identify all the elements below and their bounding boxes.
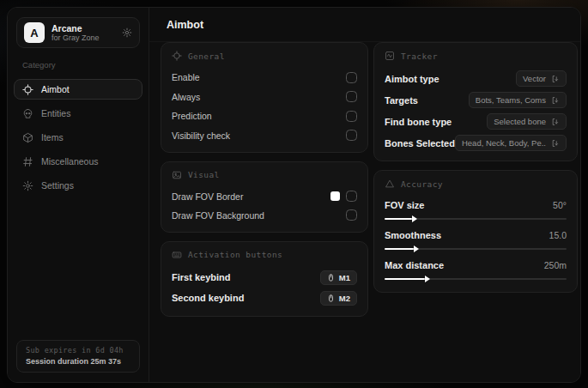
setting-label: Targets	[385, 95, 418, 106]
setting-label: Second keybind	[172, 293, 244, 303]
crosshair-icon	[22, 84, 33, 95]
gear-icon	[22, 180, 33, 191]
sub-expires-text: Sub expires in 6d 04h	[26, 346, 130, 355]
setting-label: Always	[172, 92, 200, 102]
setting-row: Bones Selected Head, Neck, Body, Pe..	[385, 135, 567, 151]
setting-label: FOV size	[385, 200, 424, 210]
setting-label: Smoothness	[385, 230, 441, 240]
tracker-card: Tracker Aimbot type Vector	[373, 42, 578, 161]
aimbot-type-select[interactable]: Vector	[516, 70, 567, 87]
smoothness-slider[interactable]	[385, 245, 567, 252]
sidebar-item-aimbot[interactable]: Aimbot	[14, 79, 142, 100]
main-panel: Aimbot General	[149, 8, 581, 382]
sidebar-item-items[interactable]: Items	[14, 127, 142, 148]
fov-background-checkbox[interactable]	[346, 209, 357, 221]
slider-fill	[385, 278, 425, 281]
setting-row: First keybind M1	[172, 270, 357, 286]
setting-label: Aimbot type	[385, 74, 439, 84]
setting-row: Find bone type Selected bone	[385, 113, 567, 130]
setting-row: Targets Bots, Teams, Coms	[385, 92, 567, 108]
sidebar-header: A Arcane for Gray Zone	[16, 17, 140, 48]
image-icon	[172, 170, 182, 180]
section-title: Activation buttons	[188, 250, 282, 259]
slider-value: 250m	[544, 260, 567, 270]
setting-label: Find bone type	[385, 117, 452, 127]
visual-card: Visual Draw FOV Border Draw FOV Backgrou…	[161, 161, 368, 233]
sidebar-item-label: Aimbot	[41, 84, 70, 94]
sidebar-item-miscellaneous[interactable]: Miscellaneous	[14, 151, 142, 172]
setting-row: Visibility check	[172, 129, 357, 142]
section-title: Tracker	[401, 52, 438, 61]
mouse-icon	[327, 294, 335, 303]
slider-value: 15.0	[549, 230, 567, 240]
setting-row: Aimbot type Vector	[385, 70, 567, 87]
color-swatch[interactable]	[330, 191, 340, 201]
box-icon	[22, 132, 33, 143]
activation-card: Activation buttons First keybind	[161, 241, 368, 317]
slider-value: 50°	[553, 200, 567, 210]
select-value: Head, Neck, Body, Pe..	[462, 138, 546, 148]
category-label: Category	[22, 60, 149, 70]
page-title: Aimbot	[167, 19, 203, 31]
crosshair-icon	[172, 51, 182, 61]
slider-group: Smoothness 15.0	[385, 228, 567, 252]
dropdown-icon	[551, 96, 560, 105]
setting-row: Enable	[172, 70, 357, 84]
main-header: Aimbot	[149, 8, 581, 42]
slider-fill	[385, 218, 412, 221]
dropdown-icon	[551, 75, 560, 83]
second-keybind-button[interactable]: M2	[320, 291, 357, 306]
subscription-panel: Sub expires in 6d 04h Session duration 2…	[16, 340, 140, 373]
find-bone-type-select[interactable]: Selected bone	[487, 113, 567, 130]
setting-row: Draw FOV Border	[172, 190, 357, 203]
app-subtitle: for Gray Zone	[52, 33, 115, 42]
sidebar-item-label: Items	[41, 132, 64, 142]
first-keybind-button[interactable]: M1	[320, 270, 357, 285]
app-name: Arcane	[52, 23, 115, 33]
setting-label: Draw FOV Background	[172, 210, 264, 221]
mouse-icon	[327, 273, 335, 282]
section-title: Visual	[188, 170, 220, 179]
keybind-value: M2	[339, 294, 350, 303]
app-window: A Arcane for Gray Zone Category	[7, 7, 581, 383]
sidebar-item-label: Entities	[41, 108, 70, 118]
app-logo: A	[24, 22, 45, 43]
sidebar-item-label: Settings	[41, 180, 74, 191]
prediction-checkbox[interactable]	[346, 111, 357, 122]
keyboard-icon	[172, 250, 182, 260]
setting-label: Enable	[172, 72, 200, 82]
sidebar-item-entities[interactable]: Entities	[14, 103, 142, 124]
slider-fill	[385, 248, 414, 251]
setting-row: Second keybind M2	[172, 290, 357, 306]
setting-label: Max distance	[385, 260, 444, 270]
gear-icon[interactable]	[122, 27, 132, 38]
setting-label: First keybind	[172, 272, 230, 282]
section-title: General	[188, 52, 225, 61]
fov-size-slider[interactable]	[385, 215, 567, 222]
bones-selected-select[interactable]: Head, Neck, Body, Pe..	[455, 135, 567, 151]
sidebar-item-label: Miscellaneous	[41, 156, 99, 167]
fov-border-checkbox[interactable]	[346, 191, 357, 202]
targets-select[interactable]: Bots, Teams, Coms	[469, 92, 567, 108]
enable-checkbox[interactable]	[346, 72, 357, 83]
always-checkbox[interactable]	[346, 91, 357, 102]
select-value: Bots, Teams, Coms	[476, 95, 546, 105]
keybind-value: M1	[339, 273, 350, 282]
setting-label: Visibility check	[172, 130, 230, 141]
slider-group: Max distance 250m	[385, 258, 567, 282]
dropdown-icon	[551, 139, 560, 148]
setting-label: Prediction	[172, 111, 212, 121]
triangle-icon	[385, 179, 395, 189]
max-distance-slider[interactable]	[385, 275, 567, 282]
visibility-check-checkbox[interactable]	[346, 130, 357, 141]
session-duration-text: Session duration 25m 37s	[26, 357, 130, 366]
sidebar-item-settings[interactable]: Settings	[14, 175, 142, 196]
slider-group: FOV size 50°	[385, 198, 567, 222]
sidebar: A Arcane for Gray Zone Category	[8, 8, 149, 382]
general-card: General Enable Always Prediction	[161, 42, 368, 153]
setting-row: Prediction	[172, 109, 357, 123]
section-title: Accuracy	[401, 179, 443, 189]
dropdown-icon	[551, 118, 560, 126]
activity-icon	[385, 51, 395, 61]
setting-row: Always	[172, 90, 357, 104]
